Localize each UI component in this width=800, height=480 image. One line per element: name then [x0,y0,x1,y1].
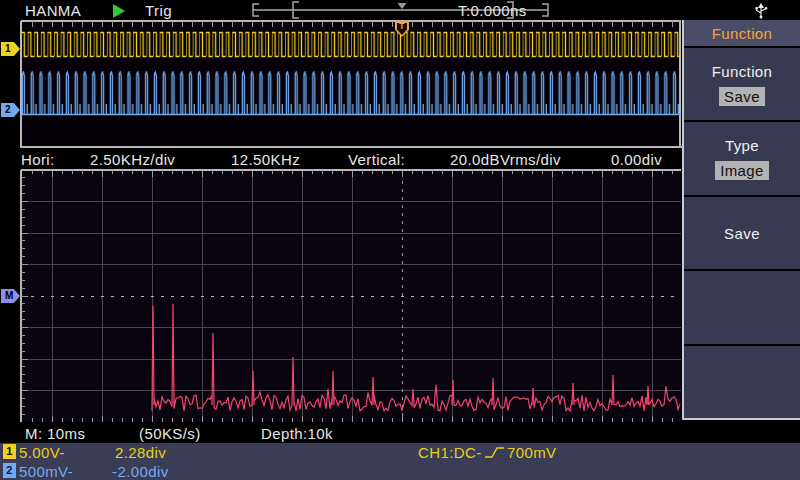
ch2-badge[interactable]: 2 [3,463,16,478]
ch1-badge[interactable]: 1 [3,444,16,459]
trigger-source-coupling: CH1:DC- [418,444,482,461]
vertical-label: Vertical: [348,151,405,168]
ch2-scale: 500mV- [19,463,73,480]
menu-button-save[interactable]: Save [684,195,800,269]
trigger-level: 700mV [507,444,557,461]
menu-title: Function [684,20,800,46]
trigger-marker-label: T [395,21,409,32]
vertical-scale: 20.0dBVrms/div [450,151,561,168]
ch1-position-marker[interactable]: 1 [1,42,20,56]
menu-button-label: Function [712,63,773,80]
rising-edge-icon [484,445,506,460]
menu-button-label: Type [725,137,759,154]
window-position-pointer [398,3,407,9]
vertical-position: 0.00div [611,151,662,168]
fft-plot-area [21,170,681,422]
ch2-waveform [21,71,681,116]
menu-button-value: Save [719,87,765,106]
brand-logo: HANMA [25,2,81,19]
ch1-waveform [21,31,681,58]
ch1-status-row: 1 5.00V- 2.28div CH1:DC- 700mV [0,443,800,461]
ch2-position: -2.00div [112,463,169,480]
trigger-status: Trig [145,2,172,19]
top-status-bar: HANMA Trig T:0.000ns [0,0,800,20]
hori-label: Hori: [21,151,55,168]
play-icon [113,4,125,18]
hori-center-frequency: 12.50KHz [231,151,300,168]
timebase-readout: M: 10ms [25,425,85,442]
memory-depth-readout: Depth:10k [261,425,333,442]
oscilloscope-screen: HANMA Trig T:0.000ns [0,0,800,480]
sample-rate-readout: (50KS/s) [139,425,201,442]
ch1-scale: 5.00V- [19,444,65,461]
ch1-position: 2.28div [115,444,166,461]
ch2-position-marker[interactable]: 2 [1,103,20,117]
trigger-time-readout: T:0.000ns [458,2,527,19]
menu-button-function[interactable]: Function Save [684,46,800,120]
fft-info-bar: Hori: 2.50KHz/div 12.50KHz Vertical: 20.… [0,149,682,170]
menu-button-label: Save [724,225,760,242]
menu-button-type[interactable]: Type Image [684,120,800,194]
menu-button-empty-2[interactable] [684,344,800,418]
ch2-status-row: 2 500mV- -2.00div [0,461,800,480]
channel-status-rows: 1 5.00V- 2.28div CH1:DC- 700mV 2 500mV- … [0,443,800,480]
menu-button-value: Image [715,161,769,180]
hori-scale: 2.50KHz/div [90,151,175,168]
math-position-marker[interactable]: M [1,289,20,303]
menu-button-empty-1[interactable] [684,269,800,343]
usb-icon [754,2,768,19]
function-menu: Function Function Save Type Image Save [682,20,800,420]
acquisition-info-bar: M: 10ms (50KS/s) Depth:10k [0,422,800,443]
